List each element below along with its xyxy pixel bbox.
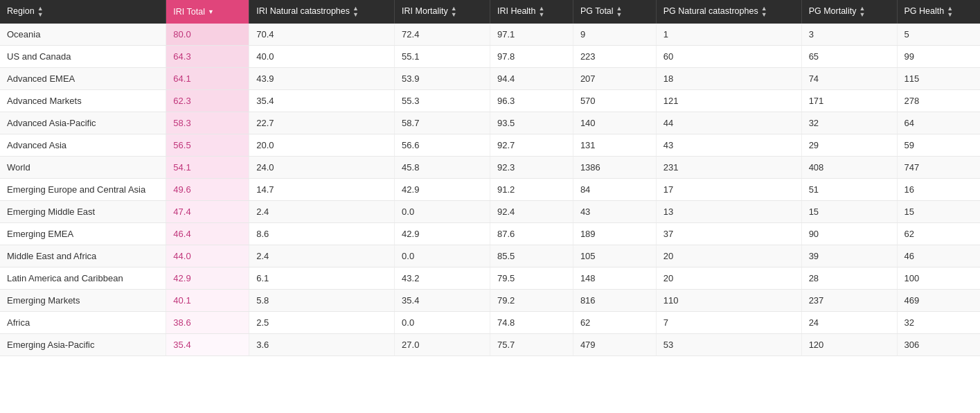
column-header-region[interactable]: Region▲▼: [0, 0, 166, 24]
sort-icon-region: ▲▼: [37, 6, 44, 18]
column-header-iri_nat[interactable]: IRI Natural catastrophes▲▼: [249, 0, 395, 24]
cell-iri_health: 91.2: [490, 179, 573, 201]
cell-iri_total: 49.6: [166, 179, 249, 201]
column-header-pg_nat[interactable]: PG Natural catastrophes▲▼: [656, 0, 801, 24]
cell-iri_total: 54.1: [166, 157, 249, 179]
cell-region: Oceania: [0, 24, 166, 46]
cell-iri_nat: 35.4: [249, 90, 395, 112]
sort-icon-pg_total: ▲▼: [616, 6, 623, 18]
cell-pg_total: 9: [573, 24, 656, 46]
cell-pg_nat: 110: [656, 290, 801, 312]
column-header-iri_health[interactable]: IRI Health▲▼: [490, 0, 573, 24]
table-row: Latin America and Caribbean42.96.143.279…: [0, 267, 980, 290]
cell-iri_nat: 24.0: [249, 157, 395, 179]
cell-iri_mort: 0.0: [395, 201, 490, 223]
cell-pg_health: 5: [897, 24, 980, 46]
cell-iri_nat: 3.6: [249, 334, 395, 356]
cell-pg_health: 15: [897, 201, 980, 223]
column-label-pg_health: PG Health: [905, 6, 945, 16]
column-label-iri_total: IRI Total: [173, 7, 205, 17]
cell-pg_total: 189: [573, 223, 656, 245]
column-label-iri_nat: IRI Natural catastrophes: [256, 6, 350, 16]
data-table-container: Region▲▼IRI Total▼IRI Natural catastroph…: [0, 0, 980, 356]
cell-pg_health: 469: [897, 290, 980, 312]
column-header-iri_mort[interactable]: IRI Mortality▲▼: [395, 0, 490, 24]
cell-iri_health: 92.4: [490, 201, 573, 223]
sort-icon-pg_health: ▲▼: [947, 6, 953, 18]
cell-pg_total: 84: [573, 179, 656, 201]
cell-region: Emerging Markets: [0, 290, 166, 312]
cell-region: Emerging Middle East: [0, 201, 166, 223]
cell-iri_total: 42.9: [166, 267, 249, 290]
cell-iri_nat: 2.4: [249, 201, 395, 223]
cell-pg_mort: 39: [801, 245, 897, 267]
column-header-pg_health[interactable]: PG Health▲▼: [897, 0, 980, 24]
cell-iri_mort: 0.0: [395, 245, 490, 267]
cell-iri_nat: 2.5: [249, 312, 395, 334]
cell-pg_mort: 120: [801, 334, 897, 356]
cell-pg_health: 16: [897, 179, 980, 201]
cell-pg_nat: 37: [656, 223, 801, 245]
cell-pg_nat: 44: [656, 112, 801, 134]
table-row: Emerging Asia-Pacific35.43.627.075.74795…: [0, 334, 980, 356]
column-header-pg_mort[interactable]: PG Mortality▲▼: [801, 0, 897, 24]
cell-iri_total: 40.1: [166, 290, 249, 312]
cell-iri_health: 92.7: [490, 134, 573, 157]
cell-iri_mort: 53.9: [395, 68, 490, 90]
table-row: Emerging Europe and Central Asia49.614.7…: [0, 179, 980, 201]
cell-pg_total: 105: [573, 245, 656, 267]
cell-region: Advanced Asia: [0, 134, 166, 157]
cell-iri_mort: 35.4: [395, 290, 490, 312]
cell-pg_nat: 60: [656, 46, 801, 68]
column-header-pg_total[interactable]: PG Total▲▼: [573, 0, 656, 24]
cell-pg_nat: 121: [656, 90, 801, 112]
table-row: Emerging EMEA46.48.642.987.6189379062: [0, 223, 980, 245]
cell-pg_total: 816: [573, 290, 656, 312]
cell-pg_total: 479: [573, 334, 656, 356]
table-row: Oceania80.070.472.497.19135: [0, 24, 980, 46]
cell-iri_nat: 70.4: [249, 24, 395, 46]
sort-icon-pg_mort: ▲▼: [859, 6, 865, 18]
cell-pg_mort: 408: [801, 157, 897, 179]
data-table: Region▲▼IRI Total▼IRI Natural catastroph…: [0, 0, 980, 356]
table-header-row: Region▲▼IRI Total▼IRI Natural catastroph…: [0, 0, 980, 24]
cell-iri_mort: 0.0: [395, 312, 490, 334]
cell-iri_nat: 2.4: [249, 245, 395, 267]
cell-pg_health: 115: [897, 68, 980, 90]
cell-pg_mort: 65: [801, 46, 897, 68]
table-row: US and Canada64.340.055.197.8223606599: [0, 46, 980, 68]
cell-pg_mort: 24: [801, 312, 897, 334]
cell-iri_health: 79.5: [490, 267, 573, 290]
cell-iri_health: 92.3: [490, 157, 573, 179]
cell-iri_mort: 27.0: [395, 334, 490, 356]
cell-iri_nat: 5.8: [249, 290, 395, 312]
cell-iri_nat: 8.6: [249, 223, 395, 245]
cell-pg_health: 59: [897, 134, 980, 157]
cell-pg_nat: 43: [656, 134, 801, 157]
cell-region: Middle East and Africa: [0, 245, 166, 267]
cell-region: US and Canada: [0, 46, 166, 68]
cell-iri_health: 85.5: [490, 245, 573, 267]
cell-iri_total: 47.4: [166, 201, 249, 223]
cell-iri_nat: 20.0: [249, 134, 395, 157]
table-row: Africa38.62.50.074.86272432: [0, 312, 980, 334]
table-row: Advanced Asia56.520.056.692.7131432959: [0, 134, 980, 157]
cell-iri_health: 94.4: [490, 68, 573, 90]
cell-pg_nat: 7: [656, 312, 801, 334]
cell-iri_total: 58.3: [166, 112, 249, 134]
cell-iri_health: 97.8: [490, 46, 573, 68]
column-label-region: Region: [7, 6, 35, 16]
table-row: Advanced EMEA64.143.953.994.42071874115: [0, 68, 980, 90]
cell-pg_total: 207: [573, 68, 656, 90]
cell-pg_total: 570: [573, 90, 656, 112]
cell-pg_mort: 28: [801, 267, 897, 290]
cell-iri_total: 80.0: [166, 24, 249, 46]
column-header-iri_total[interactable]: IRI Total▼: [166, 0, 249, 24]
cell-pg_nat: 18: [656, 68, 801, 90]
cell-iri_mort: 55.3: [395, 90, 490, 112]
cell-pg_nat: 1: [656, 24, 801, 46]
sort-icon-pg_nat: ▲▼: [761, 6, 767, 18]
sort-icon-iri_nat: ▲▼: [353, 6, 359, 18]
cell-iri_health: 74.8: [490, 312, 573, 334]
cell-iri_nat: 22.7: [249, 112, 395, 134]
